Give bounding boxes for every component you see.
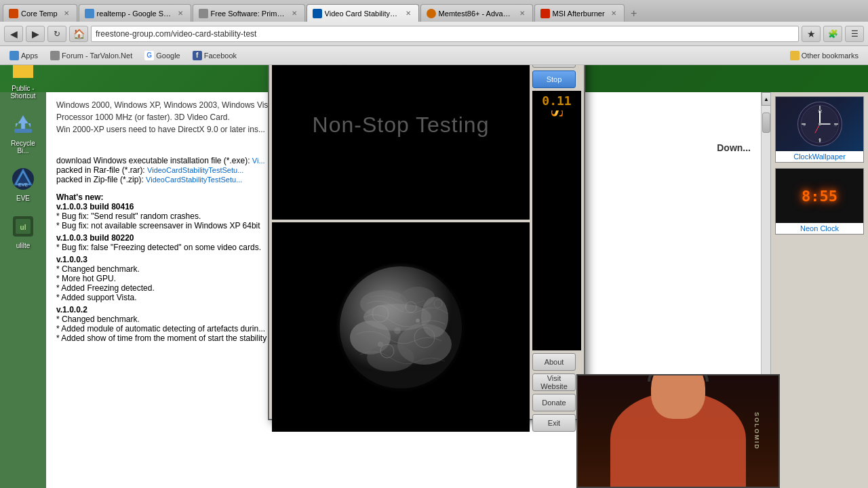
tab-favicon-msi [540, 9, 550, 18]
facebook-bookmark-icon: f [193, 51, 202, 60]
home-button[interactable]: 🏠 [69, 26, 88, 42]
svg-text:6: 6 [818, 137, 821, 142]
svg-text:3: 3 [834, 122, 837, 127]
recycle-icon [9, 110, 37, 138]
tab-favicon-free-software [199, 9, 208, 18]
dl-exe-link[interactable]: Vi... [252, 157, 265, 165]
bookmark-apps[interactable]: Apps [5, 49, 42, 62]
tab-close-free-software[interactable]: ✕ [290, 9, 299, 18]
solomid-label: SOLOMID [753, 412, 760, 450]
webcam-person: SOLOMID [578, 375, 778, 487]
stability-text-svg: Stability Test Stability Test [540, 110, 574, 348]
bookmark-apps-label: Apps [21, 52, 38, 60]
webcam-overlay: SOLOMID [576, 374, 780, 488]
google-bookmark-icon: G [144, 51, 154, 60]
dl-rar-link[interactable]: VideoCardStabilityTestSetu... [147, 166, 243, 174]
neon-clock-digits: 8:55 [802, 188, 837, 205]
vcst-dialog: Video Card Stability Test - AMD Radeon(T… [268, 14, 585, 420]
bookmark-forum[interactable]: Forum - TarValon.Net [46, 49, 136, 62]
dl-zip-link[interactable]: VideoCardStabilityTestSetu... [146, 176, 242, 184]
visit-website-button[interactable]: Visit Website [532, 373, 576, 391]
bookmark-forum-label: Forum - TarValon.Net [62, 52, 132, 60]
donate-button[interactable]: Donate [532, 394, 576, 411]
browser-window: Core Temp ✕ realtemp - Google Se... ✕ Fr… [0, 0, 868, 65]
stop-button[interactable]: Stop [532, 70, 576, 88]
vcst-right-panel: Start Benchmark Stop 0.11 [532, 30, 581, 432]
vcst-counter-panel: 0.11 Stability Tes [532, 91, 581, 350]
vcst-bottom-canvas [272, 222, 530, 432]
tab-msi[interactable]: MSI Afterburner ✕ [534, 4, 625, 22]
desktop-icon-eve[interactable]: EVE EVE [3, 163, 43, 205]
forum-bookmark-icon [50, 51, 60, 60]
bookmark-google[interactable]: G Google [140, 49, 184, 62]
reload-button[interactable]: ↻ [47, 26, 66, 42]
svg-text:9: 9 [803, 122, 806, 127]
person-headphones [648, 374, 709, 382]
ulilte-icon-label: ulilte [16, 242, 31, 249]
neon-clock-label[interactable]: Neon Clock [776, 223, 863, 234]
vcst-canvas-area: Non-Stop Testing [272, 30, 530, 432]
scroll-up-button[interactable]: ▲ [762, 92, 771, 106]
globe-svg [330, 256, 472, 399]
tab-close-realtemp[interactable]: ✕ [176, 9, 185, 18]
stability-text-container: Stability Test Stability Test [540, 110, 574, 348]
browser-tabs-bar: Core Temp ✕ realtemp - Google Se... ✕ Fr… [0, 0, 868, 22]
tab-close-msi[interactable]: ✕ [609, 9, 618, 18]
clock-wallpaper-widget[interactable]: 12 3 6 9 ClockWallpaper [775, 96, 864, 163]
svg-text:ul: ul [20, 224, 26, 231]
svg-point-27 [818, 123, 821, 125]
browser-toolbar: ◀ ▶ ↻ 🏠 ★ 🧩 ☰ [0, 22, 868, 46]
svg-text:EVE: EVE [18, 182, 28, 187]
tab-close-vcst[interactable]: ✕ [403, 9, 413, 18]
tab-favicon-core-temp [9, 9, 18, 18]
apps-bookmark-icon [9, 51, 19, 60]
tab-close-memtest[interactable]: ✕ [517, 9, 527, 18]
svg-point-46 [416, 319, 420, 323]
neon-clock-image: 8:55 [776, 169, 863, 223]
svg-rect-5 [14, 129, 32, 133]
forward-button[interactable]: ▶ [26, 26, 45, 42]
tab-free-software[interactable]: Free Software: Prime... ✕ [193, 4, 305, 22]
eve-icon: EVE [9, 165, 37, 192]
address-bar[interactable] [91, 26, 799, 42]
recycle-icon-label: Recycle Bi... [5, 140, 41, 155]
bookmark-other-label: Other bookmarks [802, 52, 859, 60]
desktop-icon-ulilte[interactable]: ul ulilte [3, 210, 43, 252]
tab-label-memtest: Memtest86+ - Advanc... [439, 9, 513, 18]
star-button[interactable]: ★ [802, 26, 821, 42]
bookmark-other[interactable]: Other bookmarks [786, 49, 863, 62]
desktop-icon-recycle[interactable]: Recycle Bi... [3, 108, 43, 157]
ulilte-icon: ul [9, 213, 37, 240]
vcst-body: Non-Stop Testing [269, 27, 584, 434]
eve-icon-label: EVE [16, 195, 30, 202]
tab-realtemp[interactable]: realtemp - Google Se... ✕ [79, 4, 191, 22]
exit-button[interactable]: Exit [532, 414, 576, 432]
bookmark-facebook-label: Facebook [204, 52, 237, 60]
nonstop-testing-text: Non-Stop Testing [313, 113, 490, 138]
other-bookmarks-icon [790, 51, 800, 60]
bookmark-facebook[interactable]: f Facebook [189, 49, 241, 62]
clock-wallpaper-label[interactable]: ClockWallpaper [776, 151, 863, 162]
scroll-thumb[interactable] [762, 113, 770, 133]
tab-close-core-temp[interactable]: ✕ [62, 9, 71, 18]
svg-point-39 [421, 297, 448, 338]
clock-wallpaper-image: 12 3 6 9 [776, 97, 863, 151]
menu-button[interactable]: ☰ [845, 26, 864, 42]
tab-label-msi: MSI Afterburner [553, 9, 605, 18]
neon-clock-widget[interactable]: 8:55 Neon Clock [775, 168, 864, 235]
right-panel: 12 3 6 9 ClockWallpaper 8:55 Neon Clock [770, 92, 868, 488]
tab-memtest[interactable]: Memtest86+ - Advanc... ✕ [420, 4, 533, 22]
bookmark-google-label: Google [156, 52, 180, 60]
new-tab-button[interactable]: + [626, 5, 642, 22]
svg-point-45 [394, 327, 401, 334]
svg-point-47 [378, 342, 383, 347]
svg-rect-4 [13, 66, 33, 78]
public-icon-label: Public - Shortcut [5, 85, 41, 100]
tab-core-temp[interactable]: Core Temp ✕ [3, 4, 77, 22]
back-button[interactable]: ◀ [4, 26, 23, 42]
tab-vcst[interactable]: Video Card Stability T... ✕ [307, 4, 419, 22]
extensions-button[interactable]: 🧩 [823, 26, 842, 42]
vcst-bottom-buttons: About Visit Website Donate Exit [532, 353, 581, 432]
about-button[interactable]: About [532, 353, 576, 371]
tab-label-core-temp: Core Temp [21, 9, 58, 18]
